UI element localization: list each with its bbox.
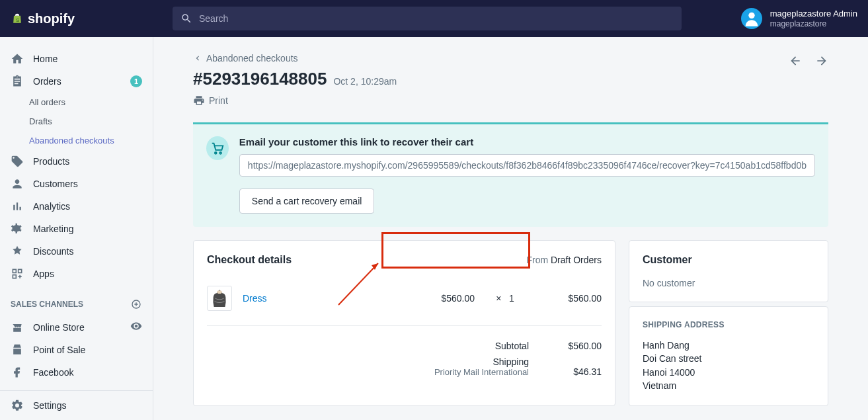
addr-city: Hanoi 14000 [643, 366, 814, 379]
orders-icon [11, 75, 24, 88]
cart-icon [206, 136, 229, 160]
global-search[interactable]: Search [173, 7, 682, 30]
shipping-address-heading: SHIPPING ADDRESS [643, 320, 814, 329]
nav-abandoned-checkouts[interactable]: Abandoned checkouts [0, 131, 153, 150]
unit-price: $560.00 [409, 293, 475, 304]
main-content: Abandoned checkouts #5293196148805 Oct 2… [153, 37, 868, 420]
page-date: Oct 2, 10:29am [333, 76, 397, 87]
nav-apps[interactable]: Apps [0, 263, 153, 285]
pager-arrows [789, 54, 828, 67]
top-bar: S shopify Search mageplazastore Admin ma… [0, 0, 868, 37]
shopify-bag-icon: S [11, 11, 24, 26]
nav-home[interactable]: Home [0, 48, 153, 70]
svg-point-7 [217, 290, 221, 294]
page-title: #5293196148805 [193, 69, 327, 89]
store-icon [11, 321, 24, 334]
nav-analytics[interactable]: Analytics [0, 195, 153, 218]
user-name: mageplazastore Admin [770, 9, 857, 19]
customer-heading: Customer [643, 254, 814, 266]
avatar [741, 8, 762, 29]
person-icon [11, 177, 24, 190]
checkout-details-heading: Checkout details [207, 254, 292, 266]
subtotal-label: Subtotal [495, 341, 529, 351]
print-icon [193, 95, 205, 106]
chevron-left-icon [193, 54, 202, 63]
orders-badge: 1 [130, 75, 142, 87]
svg-text:S: S [16, 17, 19, 23]
nav-settings[interactable]: Settings [0, 390, 153, 420]
nav-discounts[interactable]: Discounts [0, 240, 153, 263]
next-arrow-icon[interactable] [815, 54, 828, 67]
home-icon [11, 52, 24, 65]
shipping-value: $46.31 [542, 366, 602, 377]
print-button[interactable]: Print [193, 95, 828, 106]
sidebar: Home Orders 1 All orders Drafts Abandone… [0, 37, 153, 420]
view-store-button[interactable] [130, 320, 142, 334]
addr-name: Hanh Dang [643, 339, 814, 352]
nav-marketing[interactable]: Marketing [0, 218, 153, 240]
svg-point-3 [215, 152, 217, 154]
product-thumbnail[interactable] [207, 286, 232, 311]
add-channel-button[interactable] [130, 298, 142, 310]
discount-icon [11, 245, 24, 258]
nav-drafts[interactable]: Drafts [0, 112, 153, 131]
recover-title: Email your customer this link to recover… [239, 136, 815, 147]
brand-logo[interactable]: S shopify [11, 11, 153, 26]
search-icon [180, 13, 192, 24]
prev-arrow-icon[interactable] [789, 54, 802, 67]
addr-country: Vietnam [643, 379, 814, 392]
source-label: From Draft Orders [526, 255, 602, 265]
no-customer-text: No customer [643, 278, 814, 288]
brand-text: shopify [28, 11, 75, 26]
recover-url-field[interactable]: https://mageplazastore.myshopify.com/296… [239, 154, 815, 177]
nav-all-orders[interactable]: All orders [0, 93, 153, 112]
store-name: mageplazastore [770, 19, 857, 28]
checkout-details-card: Checkout details From Draft Orders Dress… [193, 240, 615, 406]
send-recovery-email-button[interactable]: Send a cart recovery email [239, 189, 375, 214]
nav-facebook[interactable]: Facebook [0, 361, 153, 384]
nav-customers[interactable]: Customers [0, 173, 153, 195]
nav-products[interactable]: Products [0, 150, 153, 173]
shipping-label: Shipping [434, 357, 529, 367]
search-placeholder: Search [199, 13, 228, 24]
tag-icon [11, 155, 24, 168]
svg-point-1 [748, 13, 754, 19]
gear-icon [11, 399, 24, 412]
megaphone-icon [11, 222, 24, 235]
sales-channels-header: SALES CHANNELS [0, 285, 153, 315]
line-total: $560.00 [535, 293, 602, 304]
facebook-icon [11, 366, 24, 379]
product-link[interactable]: Dress [243, 293, 398, 304]
pos-icon [11, 343, 24, 357]
recover-cart-panel: Email your customer this link to recover… [193, 122, 828, 227]
quantity: × 1 [485, 293, 525, 304]
subtotal-value: $560.00 [542, 341, 602, 351]
shipping-address-card: SHIPPING ADDRESS Hanh Dang Doi Can stree… [629, 306, 828, 406]
bars-icon [11, 200, 24, 213]
breadcrumb-back[interactable]: Abandoned checkouts [193, 53, 828, 63]
addr-street: Doi Can street [643, 352, 814, 365]
user-menu[interactable]: mageplazastore Admin mageplazastore [741, 8, 857, 29]
svg-point-4 [219, 152, 221, 154]
nav-pos[interactable]: Point of Sale [0, 339, 153, 361]
shipping-method: Priority Mail International [434, 367, 529, 377]
line-item: Dress $560.00 × 1 $560.00 [207, 279, 602, 326]
apps-icon [11, 267, 24, 280]
customer-card: Customer No customer [629, 240, 828, 302]
nav-online-store[interactable]: Online Store [0, 315, 153, 339]
nav-orders[interactable]: Orders 1 [0, 70, 153, 93]
